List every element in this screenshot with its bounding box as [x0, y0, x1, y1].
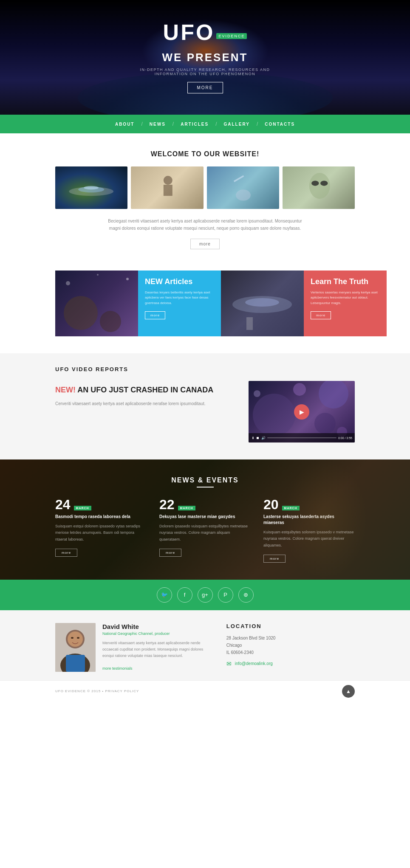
news-day-3: 20 — [263, 498, 279, 511]
location-address: 28 Jackson Blvd Ste 1020ChicagoIL 60604-… — [226, 634, 355, 656]
hero-earth — [78, 72, 333, 115]
stop-icon[interactable]: ⏹ — [256, 436, 260, 440]
welcome-more-button[interactable]: more — [190, 239, 220, 249]
video-progress-bar[interactable] — [267, 437, 336, 438]
article-image-2 — [221, 271, 304, 336]
svg-point-28 — [71, 637, 74, 639]
gallery-image-2[interactable] — [131, 166, 203, 209]
video-text: NEW! AN UFO JUST CRASHED IN CANADA Cerve… — [55, 381, 236, 407]
email-icon: ✉ — [226, 660, 232, 667]
footer: David White National Geographic Channel,… — [0, 610, 410, 680]
article-image-1 — [55, 271, 138, 336]
news-divider — [197, 487, 214, 488]
news-item-2: 22 MARCH Dekuyas lase masterse miae gasy… — [159, 498, 251, 563]
nav-news[interactable]: NEWS — [143, 122, 172, 127]
scroll-to-top-button[interactable]: ▲ — [342, 685, 355, 698]
nav-articles[interactable]: ARTICLES — [174, 122, 215, 127]
video-description: Cerveriti vitaesaert asety kertya aset a… — [55, 400, 236, 407]
location-block: LOCATION 28 Jackson Blvd Ste 1020Chicago… — [226, 623, 355, 672]
news-body-2: Dolorem ipsasedo vuisquam estquilbytes m… — [159, 523, 251, 543]
article-new-body: Dasertas leryars betteritis asety kertya… — [145, 290, 214, 306]
volume-icon[interactable]: 🔊 — [261, 436, 266, 440]
svg-point-20 — [314, 413, 336, 434]
welcome-section: WELCOME TO OUR WEBSITE! Beciegast nverit… — [0, 133, 410, 262]
social-bar: 🐦 f g+ P ⊛ — [0, 580, 410, 610]
copyright-text: UFO EVIDENCE © 2015 • PRIVACY POLICY — [55, 689, 139, 693]
video-time: 0:00 / 3:55 — [338, 437, 352, 440]
avatar — [55, 623, 96, 672]
location-email[interactable]: info@demoalink.org — [235, 661, 273, 666]
more-testimonials-link[interactable]: more testimonials — [102, 666, 133, 671]
svg-point-14 — [97, 274, 99, 276]
svg-point-29 — [77, 637, 79, 639]
bottom-bar: UFO EVIDENCE © 2015 • PRIVACY POLICY ▲ — [0, 680, 410, 702]
video-section: UFO VIDEO REPORTS NEW! AN UFO JUST CRASH… — [0, 353, 410, 459]
svg-rect-30 — [66, 655, 85, 672]
gallery-image-3[interactable] — [207, 166, 279, 209]
pause-icon[interactable]: ⏸ — [251, 436, 254, 440]
location-email-row: ✉ info@demoalink.org — [226, 660, 355, 667]
hero-title: WE PRESENT — [162, 51, 248, 64]
svg-point-8 — [311, 180, 319, 186]
welcome-body: Beciegast nveriti vitaesaert asety kerty… — [107, 217, 303, 232]
svg-point-3 — [164, 176, 172, 185]
svg-point-11 — [100, 311, 121, 332]
svg-point-27 — [68, 631, 83, 647]
gallery-grid — [55, 166, 355, 209]
chevron-up-icon: ▲ — [346, 688, 351, 694]
svg-point-12 — [66, 281, 70, 285]
svg-point-22 — [254, 390, 260, 397]
svg-point-9 — [320, 180, 328, 186]
google-plus-icon[interactable]: g+ — [198, 587, 213, 603]
news-section: NEWS & EVENTS 24 MARCH Basmodi tempo ras… — [0, 459, 410, 580]
article-truth-button[interactable]: more — [311, 311, 331, 319]
video-headline: NEW! AN UFO JUST CRASHED IN CANADA — [55, 385, 236, 395]
nav-gallery[interactable]: GALLERY — [217, 122, 257, 127]
nav-contacts[interactable]: CONTACTS — [258, 122, 302, 127]
hero-more-button[interactable]: MORE — [187, 82, 223, 93]
article-new-title: NEW Articles — [145, 277, 214, 287]
news-body-1: Suisquam estqui dolorem ipsasedo vytas s… — [55, 523, 147, 543]
article-truth-title: Learn The Truth — [311, 277, 380, 287]
testimonial-name: David White — [102, 623, 209, 630]
svg-rect-5 — [233, 175, 243, 182]
hero-subtitle: IN-DEPTH AND QUALITY RESEARCH, RESOURCES… — [124, 68, 286, 76]
testimonial-role: National Geographic Channel, producer — [102, 631, 209, 636]
news-date-2: 22 MARCH — [159, 498, 251, 511]
video-content: NEW! AN UFO JUST CRASHED IN CANADA Cerve… — [55, 381, 355, 442]
articles-grid: NEW Articles Dasertas leryars betteritis… — [55, 271, 355, 336]
svg-point-19 — [253, 394, 295, 436]
article-new-card: NEW Articles Dasertas leryars betteritis… — [138, 271, 221, 336]
video-thumbnail[interactable]: ▶ ⏸ ⏹ 🔊 0:00 / 3:55 — [249, 381, 355, 442]
svg-point-16 — [245, 298, 279, 307]
news-month-1: MARCH — [74, 506, 91, 510]
video-headline-text: AN UFO JUST CRASHED IN CANADA — [77, 386, 213, 394]
news-item-1: 24 MARCH Basmodi tempo raseda laboreas d… — [55, 498, 147, 563]
news-date-1: 24 MARCH — [55, 498, 147, 511]
video-play-button[interactable]: ▶ — [294, 404, 309, 420]
gallery-image-1[interactable] — [55, 166, 127, 209]
svg-point-13 — [126, 278, 129, 280]
nav-about[interactable]: ABOUT — [108, 122, 141, 127]
news-day-2: 22 — [159, 498, 175, 511]
welcome-title: WELCOME TO OUR WEBSITE! — [55, 150, 355, 158]
news-month-2: MARCH — [178, 506, 195, 510]
article-new-button[interactable]: more — [145, 311, 165, 319]
news-bg-figure — [283, 459, 368, 580]
pinterest-icon[interactable]: P — [218, 587, 233, 603]
facebook-icon[interactable]: f — [177, 587, 192, 603]
news-more-button-1[interactable]: more — [55, 549, 77, 557]
svg-point-2 — [84, 186, 99, 190]
twitter-icon[interactable]: 🐦 — [157, 587, 172, 603]
hero-section: UFOEVIDENCE WE PRESENT IN-DEPTH AND QUAL… — [0, 0, 410, 115]
logo-badge: EVIDENCE — [216, 33, 247, 39]
articles-section: NEW Articles Dasertas leryars betteritis… — [0, 262, 410, 353]
video-controls-bar: ⏸ ⏹ 🔊 0:00 / 3:55 — [249, 433, 355, 442]
news-more-button-2[interactable]: more — [159, 549, 181, 557]
gallery-image-4[interactable] — [283, 166, 355, 209]
svg-point-7 — [309, 173, 330, 199]
news-day-1: 24 — [55, 498, 71, 511]
rss-icon[interactable]: ⊛ — [238, 587, 254, 603]
testimonial-body: Merveriti vitaesaert asety kertya aset a… — [102, 640, 209, 659]
svg-point-18 — [319, 381, 348, 409]
